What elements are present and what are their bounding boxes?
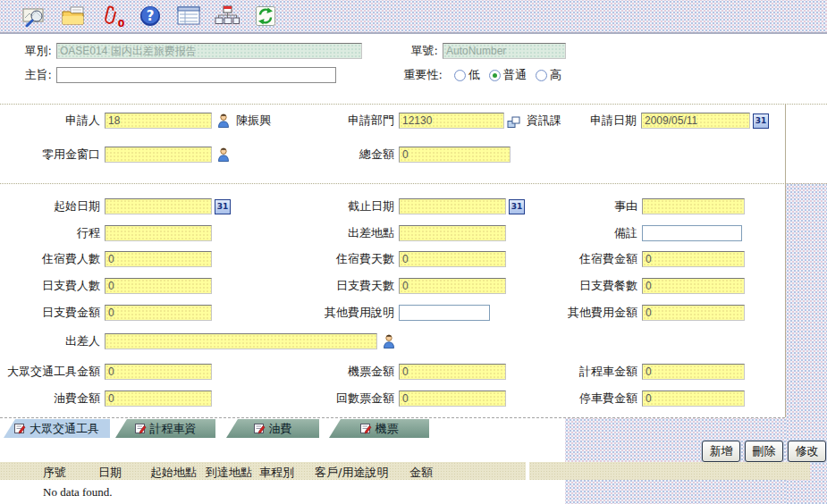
itinerary-input[interactable] xyxy=(105,225,212,241)
col-header-seq: 序號 xyxy=(43,465,66,481)
panel-right-border xyxy=(785,104,786,417)
empty-table-message: No data found. xyxy=(43,485,113,500)
coupon-amount-input xyxy=(399,391,506,407)
petty-cash-field-group: 零用金窗口 xyxy=(0,147,230,163)
person-lookup-icon[interactable] xyxy=(217,113,230,128)
priority-radio-low[interactable] xyxy=(454,70,466,81)
attachment-count-badge: 0 xyxy=(118,18,125,29)
expense-form-screen: 0 ? xyxy=(0,0,827,504)
add-button[interactable]: 新增 xyxy=(702,441,740,462)
daily-days-label: 日支費天數 xyxy=(260,278,394,294)
modify-button[interactable]: 修改 xyxy=(788,441,826,462)
col-header-date: 日期 xyxy=(98,465,122,481)
print-preview-icon[interactable] xyxy=(21,4,48,28)
fuel-amount-input xyxy=(105,391,212,407)
travelers-input[interactable] xyxy=(105,333,377,349)
other-desc-input[interactable] xyxy=(399,305,490,321)
attachment-icon[interactable]: 0 xyxy=(98,4,125,28)
tab-public-transport[interactable]: 大眾交通工具 xyxy=(4,419,110,438)
subject-input[interactable] xyxy=(56,67,336,83)
subject-field-group: 主旨: xyxy=(18,67,336,83)
daily-people-input[interactable] xyxy=(105,278,212,294)
open-folder-icon[interactable] xyxy=(60,4,87,28)
lodging-amount-group: 住宿費金額 xyxy=(503,251,745,267)
apply-date-field-group: 申請日期 31 xyxy=(502,113,769,129)
trip-location-input[interactable] xyxy=(399,225,506,241)
priority-option-high[interactable]: 高 xyxy=(536,67,561,83)
calendar-icon[interactable]: 31 xyxy=(215,199,231,214)
person-lookup-icon[interactable] xyxy=(217,147,230,162)
coupon-amount-label: 回數票金額 xyxy=(260,391,394,407)
section-separator-2 xyxy=(0,183,827,184)
calendar-icon[interactable]: 31 xyxy=(753,113,769,129)
lodging-days-group: 住宿費天數 xyxy=(260,251,506,267)
tab-label: 機票 xyxy=(376,421,399,437)
end-date-input[interactable] xyxy=(399,198,506,214)
priority-radio-normal[interactable] xyxy=(489,70,501,81)
petty-cash-label: 零用金窗口 xyxy=(0,147,100,163)
svg-text:?: ? xyxy=(147,8,155,24)
lodging-people-label: 住宿費人數 xyxy=(0,251,100,267)
daily-people-group: 日支費人數 xyxy=(0,278,212,294)
applicant-field-group: 申請人 陳振興 xyxy=(0,113,271,129)
refresh-icon[interactable] xyxy=(252,4,279,28)
parking-amount-group: 停車費金額 xyxy=(503,391,745,407)
doc-type-field xyxy=(56,43,362,59)
delete-button[interactable]: 刪除 xyxy=(745,441,783,462)
airfare-amount-input xyxy=(399,364,506,380)
other-amount-label: 其他費用金額 xyxy=(503,305,637,321)
other-amount-input[interactable] xyxy=(642,305,745,321)
start-date-input[interactable] xyxy=(105,198,212,214)
priority-option-normal[interactable]: 普通 xyxy=(489,67,527,83)
edit-form-icon xyxy=(135,423,147,434)
form-view-icon[interactable] xyxy=(175,4,202,28)
priority-option-low[interactable]: 低 xyxy=(454,67,480,83)
edit-form-icon xyxy=(360,423,372,434)
remark-input[interactable] xyxy=(642,225,742,241)
workflow-icon[interactable] xyxy=(214,4,241,28)
daily-amount-label: 日支費金額 xyxy=(0,305,100,321)
start-date-label: 起始日期 xyxy=(0,198,100,214)
itinerary-label: 行程 xyxy=(0,225,100,241)
total-amount-field-group: 總金額 xyxy=(260,147,511,163)
start-date-group: 起始日期 31 xyxy=(0,198,231,214)
col-header-destination: 到達地點 xyxy=(206,465,252,481)
lodging-people-input[interactable] xyxy=(105,251,212,267)
department-id-input[interactable] xyxy=(399,113,504,129)
applicant-label: 申請人 xyxy=(0,113,100,129)
lodging-days-label: 住宿費天數 xyxy=(260,251,394,267)
priority-option-normal-label: 普通 xyxy=(503,67,527,83)
petty-cash-window-input[interactable] xyxy=(105,147,212,163)
trip-location-group: 出差地點 xyxy=(260,225,506,241)
help-icon[interactable]: ? xyxy=(137,4,164,28)
doc-type-label: 單別: xyxy=(18,43,52,59)
department-label: 申請部門 xyxy=(260,113,394,129)
edit-form-icon xyxy=(254,423,266,434)
priority-option-high-label: 高 xyxy=(550,67,561,83)
applicant-id-input[interactable] xyxy=(105,113,212,129)
apply-date-input[interactable] xyxy=(641,113,750,129)
doc-type-field-group: 單別: xyxy=(18,43,362,59)
priority-radio-high[interactable] xyxy=(536,70,547,81)
tab-fuel[interactable]: 油費 xyxy=(226,419,319,438)
daily-amount-group: 日支費金額 xyxy=(0,305,212,321)
doc-no-field-group: 單號: xyxy=(402,43,566,59)
reason-input[interactable] xyxy=(642,198,745,214)
tab-airfare[interactable]: 機票 xyxy=(329,419,429,438)
daily-days-input[interactable] xyxy=(399,278,506,294)
col-header-trip-type: 車程別 xyxy=(259,465,294,481)
daily-amount-input[interactable] xyxy=(105,305,212,321)
total-amount-field xyxy=(399,147,511,163)
transit-amount-input xyxy=(105,364,212,380)
person-lookup-icon[interactable] xyxy=(383,334,395,349)
lodging-amount-input[interactable] xyxy=(642,251,745,267)
fuel-amount-group: 油費金額 xyxy=(0,391,212,407)
col-header-amount: 金額 xyxy=(409,465,433,481)
section-separator-1 xyxy=(0,104,827,105)
other-desc-label: 其他費用說明 xyxy=(260,305,394,321)
tab-taxi-fare[interactable]: 計程車資 xyxy=(115,419,215,438)
parking-amount-label: 停車費金額 xyxy=(503,391,637,407)
lodging-amount-label: 住宿費金額 xyxy=(503,251,637,267)
lodging-days-input[interactable] xyxy=(399,251,506,267)
daily-meals-input[interactable] xyxy=(642,278,745,294)
